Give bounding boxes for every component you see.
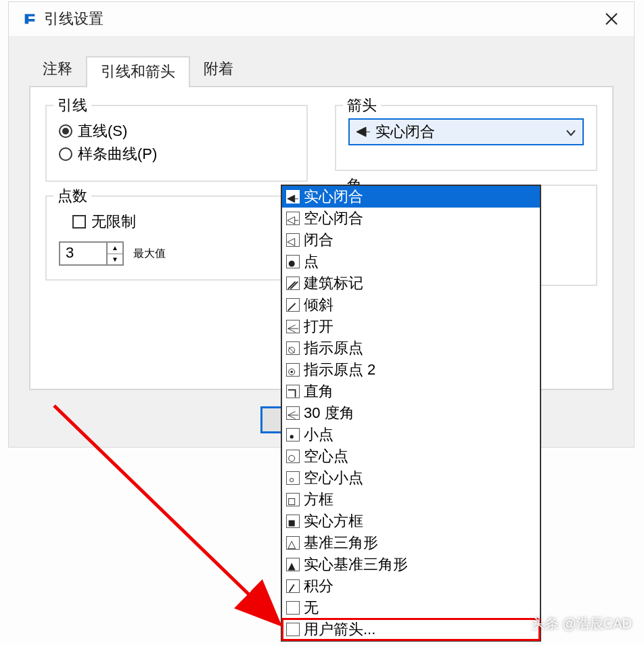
dropdown-item[interactable]: 倾斜 xyxy=(282,294,540,316)
dropdown-item-label: 直角 xyxy=(304,381,334,402)
watermark: 头条 @浩辰CAD xyxy=(532,615,632,633)
dropdown-item-label: 积分 xyxy=(304,576,334,596)
spinner-buttons[interactable]: ▲ ▼ xyxy=(106,243,122,264)
group-points: 点数 无限制 3 ▲ ▼ 最大值 xyxy=(45,195,308,281)
arrowhead-option-icon xyxy=(286,212,300,225)
dropdown-item-label: 点 xyxy=(304,252,319,272)
arrowhead-option-icon xyxy=(286,558,300,571)
dropdown-item[interactable]: 空心闭合 xyxy=(282,208,540,229)
arrowhead-option-icon xyxy=(286,385,300,398)
spinner-up-icon[interactable]: ▲ xyxy=(108,243,122,254)
arrowhead-option-icon xyxy=(286,471,300,485)
dropdown-item[interactable]: 方框 xyxy=(282,489,540,510)
arrowhead-option-icon xyxy=(286,255,300,268)
dropdown-item[interactable]: 点 xyxy=(282,251,540,272)
radio-icon xyxy=(59,147,72,161)
group-arrow: 箭头 实心闭合 xyxy=(335,105,597,171)
svg-rect-7 xyxy=(289,499,295,505)
max-points-spinner[interactable]: 3 ▲ ▼ xyxy=(59,241,124,266)
svg-point-0 xyxy=(289,261,295,267)
dropdown-item[interactable]: 空心点 xyxy=(282,446,540,467)
dropdown-item-label: 倾斜 xyxy=(304,295,334,315)
dropdown-item-label: 实心闭合 xyxy=(304,187,363,207)
titlebar: 引线设置 xyxy=(9,2,634,36)
svg-point-4 xyxy=(290,435,294,438)
dropdown-item-label: 无 xyxy=(304,598,319,618)
arrowhead-combobox[interactable]: 实心闭合 xyxy=(348,118,584,145)
group-arrow-legend: 箭头 xyxy=(343,95,381,116)
dropdown-item-label: 指示原点 xyxy=(304,338,363,358)
radio-line[interactable]: 直线(S) xyxy=(59,121,294,141)
arrowhead-filled-icon xyxy=(356,126,370,137)
dropdown-item[interactable]: 指示原点 xyxy=(282,337,540,359)
dropdown-item[interactable]: 建筑标记 xyxy=(282,272,540,294)
arrowhead-option-icon xyxy=(286,536,300,550)
tab-attach[interactable]: 附着 xyxy=(190,55,247,86)
spinner-down-icon[interactable]: ▼ xyxy=(108,254,122,265)
dropdown-item-label: 指示原点 2 xyxy=(304,360,375,380)
svg-point-5 xyxy=(289,456,295,462)
dropdown-item[interactable]: 无 xyxy=(282,597,540,619)
arrowhead-selected-label: 实心闭合 xyxy=(375,122,435,142)
dropdown-item[interactable]: 指示原点 2 xyxy=(282,359,540,381)
arrowhead-option-icon xyxy=(286,190,300,204)
dropdown-item[interactable]: 打开 xyxy=(282,316,540,337)
close-button[interactable] xyxy=(595,2,628,36)
tab-strip: 注释 引线和箭头 附着 xyxy=(9,36,634,86)
dropdown-item[interactable]: 小点 xyxy=(282,424,540,446)
arrowhead-option-icon xyxy=(286,341,300,355)
dropdown-item[interactable]: 基准三角形 xyxy=(282,532,540,554)
dropdown-item-label: 小点 xyxy=(304,425,334,445)
tab-annotation[interactable]: 注释 xyxy=(29,55,86,86)
dropdown-item[interactable]: 实心方框 xyxy=(282,510,540,532)
svg-point-6 xyxy=(290,478,294,481)
radio-spline-label: 样条曲线(P) xyxy=(78,144,157,164)
max-points-label: 最大值 xyxy=(133,247,166,261)
dropdown-item-label: 闭合 xyxy=(304,230,334,250)
arrowhead-option-icon xyxy=(286,450,300,463)
arrowhead-option-icon xyxy=(286,515,300,528)
checkbox-icon xyxy=(72,215,86,229)
dropdown-item-label: 基准三角形 xyxy=(304,533,378,553)
dropdown-item[interactable]: 实心闭合 xyxy=(282,186,540,208)
radio-icon xyxy=(59,124,72,138)
arrowhead-option-icon xyxy=(286,233,300,247)
dropdown-item-label: 实心基准三角形 xyxy=(304,554,408,575)
arrowhead-option-icon xyxy=(286,320,300,333)
group-points-legend: 点数 xyxy=(53,186,91,206)
arrowhead-option-icon xyxy=(286,601,300,615)
dropdown-item-label: 用户箭头... xyxy=(304,619,375,640)
dropdown-item[interactable]: 积分 xyxy=(282,575,540,597)
dropdown-item[interactable]: 闭合 xyxy=(282,229,540,251)
arrowhead-option-icon xyxy=(286,623,300,636)
checkbox-unlimited-label: 无限制 xyxy=(91,212,136,232)
dropdown-item-label: 空心小点 xyxy=(304,468,363,488)
dropdown-item-label: 打开 xyxy=(304,316,334,337)
dropdown-item[interactable]: 用户箭头... xyxy=(282,619,540,640)
arrowhead-option-icon xyxy=(286,406,300,420)
arrowhead-option-icon xyxy=(286,298,300,312)
radio-spline[interactable]: 样条曲线(P) xyxy=(59,144,294,164)
dialog-title: 引线设置 xyxy=(44,9,104,29)
dropdown-item[interactable]: 空心小点 xyxy=(282,467,540,489)
group-leader: 引线 直线(S) 样条曲线(P) xyxy=(45,105,308,182)
app-icon xyxy=(22,11,37,26)
dropdown-item-label: 建筑标记 xyxy=(304,273,363,293)
arrowhead-option-icon xyxy=(286,493,300,506)
max-points-value[interactable]: 3 xyxy=(60,243,106,264)
close-icon xyxy=(605,12,618,26)
dropdown-item-label: 实心方框 xyxy=(304,511,363,531)
arrowhead-option-icon xyxy=(286,579,300,593)
dropdown-item[interactable]: 实心基准三角形 xyxy=(282,554,540,575)
arrowhead-option-icon xyxy=(286,277,300,290)
chevron-down-icon xyxy=(566,123,576,141)
svg-point-3 xyxy=(290,371,293,373)
dropdown-item[interactable]: 30 度角 xyxy=(282,402,540,424)
left-column: 引线 直线(S) 样条曲线(P) 点数 无限制 3 xyxy=(45,105,308,371)
arrowhead-dropdown-list[interactable]: 实心闭合空心闭合闭合点建筑标记倾斜打开指示原点指示原点 2直角30 度角小点空心… xyxy=(281,185,541,642)
radio-line-label: 直线(S) xyxy=(78,121,127,141)
dropdown-item[interactable]: 直角 xyxy=(282,381,540,402)
tab-leader-arrow[interactable]: 引线和箭头 xyxy=(86,56,190,87)
checkbox-unlimited[interactable]: 无限制 xyxy=(72,212,294,232)
arrowhead-option-icon xyxy=(286,363,300,377)
